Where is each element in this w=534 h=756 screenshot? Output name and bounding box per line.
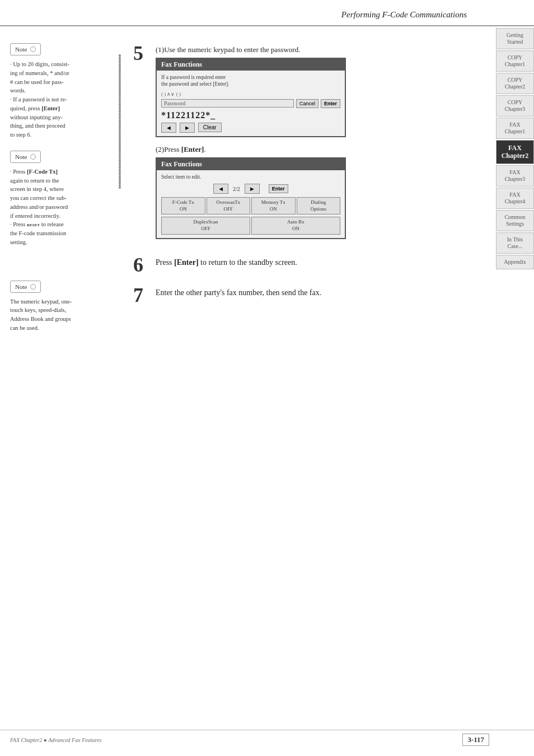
panel2-cell-memory-tx[interactable]: Memory TxON bbox=[251, 197, 296, 214]
note-box-1: Note bbox=[10, 43, 41, 55]
substep-5-2-label: (2)Press [Enter]. bbox=[156, 145, 484, 154]
note-section-2: Note · Press [F-Code Tx] again to return… bbox=[10, 151, 109, 247]
step-5: 5 (1)Use the numeric keypad to enter the… bbox=[133, 43, 484, 245]
fax-panel-1: Fax Functions If a password is required … bbox=[156, 58, 346, 137]
step-6: 6 Press [Enter] to return to the standby… bbox=[133, 255, 484, 275]
footer-page: 3-117 bbox=[462, 734, 489, 746]
substep-5-2: (2)Press [Enter]. Fax Functions Select i… bbox=[156, 145, 484, 239]
dot-divider bbox=[115, 38, 125, 349]
clear-button[interactable]: Clear bbox=[198, 123, 222, 132]
step-7: 7 Enter the other party's fax number, th… bbox=[133, 285, 484, 305]
panel2-right-arrow[interactable]: ► bbox=[245, 184, 260, 194]
fax-panel-2-body: Select item to edit. ◄ 2/2 ► Enter F-Cod… bbox=[157, 170, 345, 238]
note-section-1: Note · Up to 20 digits, consist- ing of … bbox=[10, 43, 109, 139]
note-label-2: Note bbox=[15, 153, 27, 160]
step-7-number: 7 bbox=[133, 285, 151, 305]
sidebar-tabs: GettingStarted COPYChapter1 COPYChapter2… bbox=[496, 28, 534, 269]
page-indicator: 2/2 bbox=[233, 186, 240, 192]
step-7-content: Enter the other party's fax number, then… bbox=[156, 285, 484, 298]
left-arrow-button[interactable]: ◄ bbox=[161, 123, 176, 133]
notes-column: Note · Up to 20 digits, consist- ing of … bbox=[0, 38, 115, 349]
panel1-top-row: ( ) ∧∨ ( ) bbox=[161, 91, 340, 97]
substep-5-1: (1)Use the numeric keypad to enter the p… bbox=[156, 45, 484, 137]
panel2-cell-auto-rx[interactable]: Auto RxON bbox=[251, 217, 340, 234]
password-label: Password bbox=[161, 99, 294, 108]
main-content: Note · Up to 20 digits, consist- ing of … bbox=[0, 26, 534, 361]
cancel-button[interactable]: Cancel bbox=[296, 99, 318, 108]
panel2-grid-row1: F-Code TxON OverseasTxOFF Memory TxON Di… bbox=[161, 197, 340, 214]
password-value-display: *11221122*_ bbox=[161, 110, 340, 120]
step-5-number: 5 bbox=[133, 43, 151, 63]
sidebar-tab-appendix[interactable]: Appendix bbox=[496, 255, 534, 269]
steps-column: 5 (1)Use the numeric keypad to enter the… bbox=[125, 38, 489, 349]
note-box-3: Note bbox=[10, 281, 41, 293]
dots-container bbox=[119, 43, 121, 189]
sidebar-tab-getting-started[interactable]: GettingStarted bbox=[496, 28, 534, 49]
substep-5-1-label: (1)Use the numeric keypad to enter the p… bbox=[156, 45, 484, 54]
sidebar-tab-copy-ch1[interactable]: COPYChapter1 bbox=[496, 50, 534, 72]
note-box-2: Note bbox=[10, 151, 41, 163]
step-6-content: Press [Enter] to return to the standby s… bbox=[156, 255, 484, 268]
sidebar-tab-in-this-case[interactable]: In ThisCase... bbox=[496, 232, 534, 254]
step-7-title: Enter the other party's fax number, then… bbox=[156, 287, 484, 298]
note-label-3: Note bbox=[15, 283, 27, 290]
fax-panel-1-subtitle: If a password is required enterthe passw… bbox=[161, 74, 340, 88]
fax-panel-1-header: Fax Functions bbox=[157, 59, 345, 71]
right-arrow-button[interactable]: ► bbox=[180, 123, 195, 133]
panel2-cell-duplexscan[interactable]: DuplexScanOFF bbox=[161, 217, 250, 234]
step-5-content: (1)Use the numeric keypad to enter the p… bbox=[156, 43, 484, 245]
fax-panel-2-header: Fax Functions bbox=[157, 158, 345, 170]
fax-panel-2: Fax Functions Select item to edit. ◄ 2/2… bbox=[156, 157, 346, 239]
panel1-nav-text: ( ) ∧∨ ( ) bbox=[161, 91, 181, 97]
note-section-3: Note The numeric keypad, one- touch keys… bbox=[10, 281, 109, 333]
panel2-grid-row2: DuplexScanOFF Auto RxON bbox=[161, 217, 340, 234]
enter-button-panel2[interactable]: Enter bbox=[269, 184, 288, 193]
panel2-top-row: ◄ 2/2 ► Enter bbox=[161, 184, 340, 194]
sidebar-tab-fax-ch3[interactable]: FAXChapter3 bbox=[496, 165, 534, 186]
note-text-2: · Press [F-Code Tx] again to return to t… bbox=[10, 167, 109, 247]
sidebar-tab-fax-ch2[interactable]: FAXChapter2 bbox=[496, 140, 534, 164]
step-6-title: Press [Enter] to return to the standby s… bbox=[156, 257, 484, 268]
password-value-row: *11221122*_ bbox=[161, 110, 340, 120]
page-header: Performing F-Code Communications bbox=[0, 0, 534, 26]
sidebar-tab-fax-ch4[interactable]: FAXChapter4 bbox=[496, 188, 534, 209]
fax-panel-1-body: If a password is required enterthe passw… bbox=[157, 71, 345, 136]
step-6-number: 6 bbox=[133, 255, 151, 275]
sidebar-tab-copy-ch2[interactable]: COPYChapter2 bbox=[496, 73, 534, 94]
note-label-1: Note bbox=[15, 46, 27, 53]
note-circle-3 bbox=[30, 284, 36, 290]
note-circle-1 bbox=[30, 46, 36, 52]
panel2-cell-overseas-tx[interactable]: OverseasTxOFF bbox=[207, 197, 251, 214]
panel1-label-row: Password Cancel Enter bbox=[161, 99, 340, 108]
panel2-left-arrow[interactable]: ◄ bbox=[213, 184, 228, 194]
note-text-1: · Up to 20 digits, consist- ing of numer… bbox=[10, 60, 109, 139]
sidebar-tab-common-settings[interactable]: CommonSettings bbox=[496, 210, 534, 231]
page-footer: FAX Chapter2 ● Advanced Fax Features 3-1… bbox=[0, 730, 534, 746]
fax-panel-2-subtitle: Select item to edit. bbox=[161, 174, 340, 180]
enter-button-panel1[interactable]: Enter bbox=[321, 99, 340, 108]
note-circle-2 bbox=[30, 154, 36, 160]
sidebar-tab-copy-ch3[interactable]: COPYChapter3 bbox=[496, 95, 534, 116]
note-text-3: The numeric keypad, one- touch keys, spe… bbox=[10, 297, 109, 333]
sidebar-tab-fax-ch1[interactable]: FAXChapter1 bbox=[496, 118, 534, 139]
panel2-cell-fcode-tx[interactable]: F-Code TxON bbox=[161, 197, 205, 214]
footer-text: FAX Chapter2 ● Advanced Fax Features bbox=[10, 737, 101, 743]
panel2-cell-dialing-options[interactable]: DialingOptions bbox=[297, 197, 341, 214]
divider-dot bbox=[119, 186, 121, 189]
header-title: Performing F-Code Communications bbox=[341, 10, 467, 19]
panel1-bottom-row: ◄ ► Clear bbox=[161, 123, 340, 133]
